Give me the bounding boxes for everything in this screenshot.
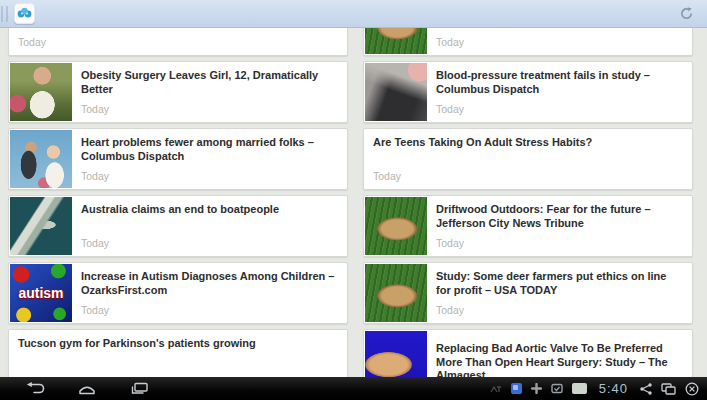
article-card[interactable]: Are Teens Taking On Adult Stress Habits?… [363, 128, 693, 190]
article-card[interactable]: autism Increase in Autism Diagnoses Amon… [8, 262, 348, 324]
status-dim-icon[interactable] [490, 384, 502, 394]
menu-handle-icon[interactable] [1, 6, 8, 22]
article-card[interactable]: Obesity Surgery Leaves Girl, 12, Dramati… [8, 61, 348, 123]
navigation-keys [22, 380, 152, 398]
flag-notification-icon[interactable] [511, 383, 522, 394]
window-stack-icon[interactable] [661, 383, 676, 395]
article-title: Are Teens Taking On Adult Stress Habits? [373, 136, 682, 150]
article-time: Today [81, 171, 337, 182]
system-bar: 5:40 [0, 377, 707, 400]
refresh-button[interactable] [675, 3, 697, 25]
article-thumbnail [10, 197, 72, 255]
article-card[interactable]: Replacing Bad Aortic Valve To Be Preferr… [363, 329, 693, 377]
article-title: Increase in Autism Diagnoses Among Child… [81, 270, 337, 297]
refresh-icon [679, 6, 694, 21]
article-title: Blood-pressure treatment fails in study … [436, 69, 682, 96]
article-title: Replacing Bad Aortic Valve To Be Preferr… [436, 342, 682, 377]
top-action-bar [0, 0, 707, 28]
article-time: Today [436, 305, 682, 316]
article-time: Today [436, 37, 682, 48]
article-title: Tucson gym for Parkinson's patients grow… [18, 337, 337, 351]
news-feed: Today Obesity Surgery Leaves Girl, 12, D… [0, 28, 707, 377]
article-thumbnail [10, 130, 72, 188]
article-time: Today [436, 104, 682, 115]
article-title: Obesity Surgery Leaves Girl, 12, Dramati… [81, 69, 337, 96]
article-thumbnail [365, 197, 427, 255]
back-icon [25, 382, 46, 395]
article-card[interactable]: Study: Some deer farmers put ethics on l… [363, 262, 693, 324]
thumbnail-text: autism [18, 285, 63, 301]
article-time: Today [436, 238, 682, 249]
article-time: Today [18, 37, 337, 48]
article-time: Today [81, 104, 337, 115]
article-time: Today [373, 171, 682, 182]
article-time: Today [81, 305, 337, 316]
share-icon[interactable] [640, 383, 652, 395]
article-thumbnail [365, 28, 427, 54]
recent-apps-icon [130, 382, 149, 395]
article-title: Heart problems fewer among married folks… [81, 136, 337, 163]
update-notification-icon[interactable] [551, 383, 563, 394]
keyboard-icon[interactable] [572, 383, 587, 394]
article-thumbnail [365, 331, 427, 377]
article-card[interactable]: Today [8, 28, 348, 56]
article-thumbnail [365, 63, 427, 121]
status-clock[interactable]: 5:40 [599, 381, 628, 396]
article-time: Today [81, 238, 337, 249]
close-icon[interactable] [685, 382, 699, 396]
article-card[interactable]: Driftwood Outdoors: Fear for the future … [363, 195, 693, 257]
article-card[interactable]: Today [363, 28, 693, 56]
article-thumbnail: autism [10, 264, 72, 322]
home-icon [78, 382, 96, 395]
home-button[interactable] [74, 380, 100, 398]
app-logo-icon [17, 7, 32, 20]
plus-notification-icon[interactable] [531, 383, 542, 394]
article-thumbnail [10, 63, 72, 121]
back-button[interactable] [22, 380, 48, 398]
feed-column-left: Today Obesity Surgery Leaves Girl, 12, D… [8, 28, 348, 377]
status-tray: 5:40 [490, 381, 699, 396]
article-title: Australia claims an end to boatpeople [81, 203, 337, 217]
article-card[interactable]: Blood-pressure treatment fails in study … [363, 61, 693, 123]
article-card[interactable]: Australia claims an end to boatpeople To… [8, 195, 348, 257]
article-title: Study: Some deer farmers put ethics on l… [436, 270, 682, 297]
article-thumbnail [365, 264, 427, 322]
feed-column-right: Today Blood-pressure treatment fails in … [363, 28, 693, 377]
app-screen: Today Obesity Surgery Leaves Girl, 12, D… [0, 0, 707, 400]
article-card[interactable]: Heart problems fewer among married folks… [8, 128, 348, 190]
article-title: Driftwood Outdoors: Fear for the future … [436, 203, 682, 230]
article-card[interactable]: Tucson gym for Parkinson's patients grow… [8, 329, 348, 377]
app-logo[interactable] [14, 3, 35, 24]
recent-apps-button[interactable] [126, 380, 152, 398]
